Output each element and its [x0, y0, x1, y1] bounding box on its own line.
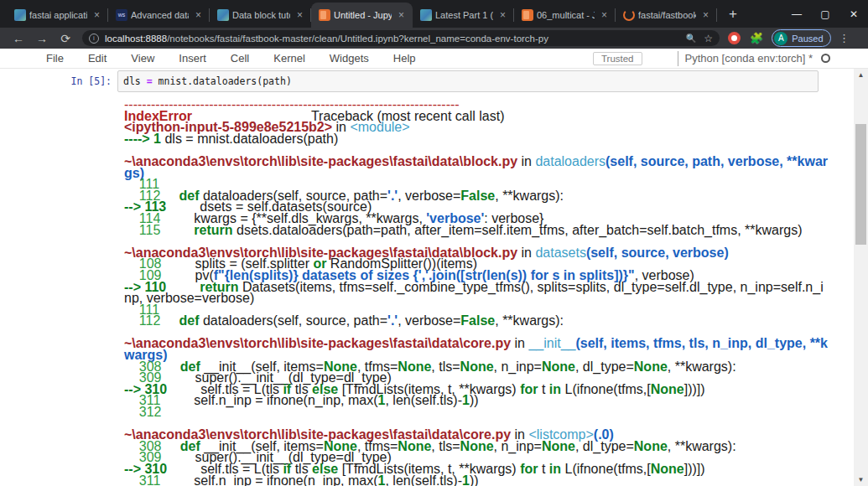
tab-title: Untitled - Jupyter	[334, 10, 392, 20]
menu-kernel[interactable]: Kernel	[273, 52, 305, 65]
notebook-area: In [5]: dls = mnist.dataloaders(path) --…	[0, 69, 854, 486]
input-prompt: In [5]:	[0, 70, 117, 92]
traceback-line: ~\anaconda3\envs\torch\lib\site-packages…	[124, 338, 830, 360]
scrollbar-thumb[interactable]	[855, 124, 866, 245]
browser-tab-6[interactable]: 06_multicat - Jupy×	[514, 3, 616, 28]
spinner-favicon-icon	[623, 9, 635, 21]
tab-title: fastai/fastbook-m	[638, 10, 696, 20]
browser-toolbar: ← → ⟳ i localhost:8888/notebooks/fastai/…	[0, 28, 868, 49]
tab-title: 06_multicat - Jupy	[537, 10, 595, 20]
menu-file[interactable]: File	[46, 52, 64, 65]
url-text: localhost:8888/notebooks/fastai/fastbook…	[105, 34, 678, 44]
fastai-doc-favicon-icon	[420, 9, 432, 21]
forward-icon[interactable]: →	[33, 29, 51, 48]
maximize-button[interactable]: ▢	[811, 0, 839, 28]
fastai-doc-favicon-icon	[217, 9, 229, 21]
window-controls: — ▢ ✕	[782, 0, 868, 28]
page-scrollbar[interactable]: ▲ ▼	[854, 69, 868, 486]
browser-tab-4[interactable]: Untitled - Jupyter×	[311, 3, 413, 28]
tab-title: fastai applications	[29, 10, 87, 20]
menu-edit[interactable]: Edit	[88, 52, 107, 65]
fastai-doc-favicon-icon	[14, 9, 26, 21]
code-input[interactable]: dls = mnist.dataloaders(path)	[117, 70, 819, 92]
browser-tab-1[interactable]: fastai applications×	[7, 3, 108, 28]
browser-menu-icon[interactable]: ⋮	[839, 32, 850, 44]
navy-square-favicon-icon	[116, 9, 127, 21]
trusted-button[interactable]: Trusted	[593, 52, 642, 65]
traceback-line: 311 self.n_inp = ifnone(n_inp, max(1, le…	[124, 395, 830, 406]
zoom-icon[interactable]: 🔍	[686, 34, 696, 43]
menu-cell[interactable]: Cell	[231, 52, 249, 65]
traceback-line: 312	[124, 406, 830, 418]
jupyter-book-favicon-icon	[522, 9, 533, 21]
browser-window: fastai applications×Advanced dataloa×Dat…	[0, 0, 868, 486]
traceback-line: --> 110 return Datasets(items, tfms=self…	[124, 282, 830, 304]
tab-close-icon[interactable]: ×	[699, 9, 712, 22]
bookmark-star-icon[interactable]: ☆	[704, 33, 713, 44]
address-bar[interactable]: i localhost:8888/notebooks/fastai/fastbo…	[82, 30, 720, 46]
tab-bar: fastai applications×Advanced dataloa×Dat…	[0, 0, 868, 28]
profile-button[interactable]: A Paused	[772, 29, 830, 47]
extensions-puzzle-icon[interactable]: 🧩	[750, 32, 763, 44]
menu-insert[interactable]: Insert	[179, 52, 206, 65]
traceback-line: ----> 1 dls = mnist.dataloaders(path)	[124, 133, 830, 145]
back-icon[interactable]: ←	[9, 29, 28, 48]
sync-paused-label: Paused	[792, 34, 823, 44]
close-window-button[interactable]: ✕	[839, 0, 868, 28]
url-host: localhost:8888	[105, 34, 167, 44]
tab-close-icon[interactable]: ×	[294, 9, 306, 22]
browser-tab-3[interactable]: Data block tutoria×	[210, 3, 311, 28]
divider	[678, 51, 678, 66]
code-line: dls = mnist.dataloaders(path)	[123, 75, 813, 87]
browser-tab-2[interactable]: Advanced dataloa×	[108, 3, 210, 28]
code-cell: In [5]: dls = mnist.dataloaders(path)	[0, 70, 854, 92]
tab-title: Data block tutoria	[232, 10, 290, 20]
tab-close-icon[interactable]: ×	[192, 9, 205, 22]
new-tab-button[interactable]: +	[722, 3, 744, 25]
avatar: A	[774, 32, 787, 45]
traceback-line: 112 def dataloaders(self, source, path='…	[124, 315, 830, 327]
traceback-line: 311 self.n_inp = ifnone(n_inp, max(1, le…	[124, 475, 830, 486]
tab-close-icon[interactable]: ×	[598, 9, 611, 22]
menu-widgets[interactable]: Widgets	[330, 52, 369, 65]
browser-tab-5[interactable]: Latest Part 1 (2020×	[413, 3, 514, 28]
reload-icon[interactable]: ⟳	[56, 29, 75, 48]
tab-title: Advanced dataloa	[131, 10, 189, 20]
scroll-down-icon[interactable]: ▼	[854, 473, 868, 486]
site-info-icon[interactable]: i	[89, 34, 99, 44]
scroll-up-icon[interactable]: ▲	[854, 69, 868, 81]
tab-title: Latest Part 1 (2020	[435, 10, 493, 20]
traceback-line: 115 return dsets.dataloaders(path=path, …	[124, 225, 830, 236]
url-path: /notebooks/fastai/fastbook-master/clean/…	[167, 34, 548, 44]
kernel-name-label: Python [conda env:torch] *	[685, 52, 813, 65]
menu-view[interactable]: View	[131, 52, 154, 65]
tab-close-icon[interactable]: ×	[395, 9, 408, 22]
error-traceback-output: ----------------------------------------…	[124, 99, 830, 486]
tab-close-icon[interactable]: ×	[91, 9, 103, 22]
traceback-line: ~\anaconda3\envs\torch\lib\site-packages…	[124, 156, 830, 178]
browser-tab-7[interactable]: fastai/fastbook-m×	[616, 3, 717, 28]
menu-help[interactable]: Help	[393, 52, 416, 65]
jupyter-menubar: FileEditViewInsertCellKernelWidgetsHelp …	[0, 49, 868, 69]
jupyter-book-favicon-icon	[319, 9, 330, 21]
minimize-button[interactable]: —	[782, 0, 811, 28]
adblock-extension-icon[interactable]	[728, 32, 741, 44]
tab-close-icon[interactable]: ×	[496, 9, 509, 22]
kernel-status-icon	[821, 54, 830, 63]
